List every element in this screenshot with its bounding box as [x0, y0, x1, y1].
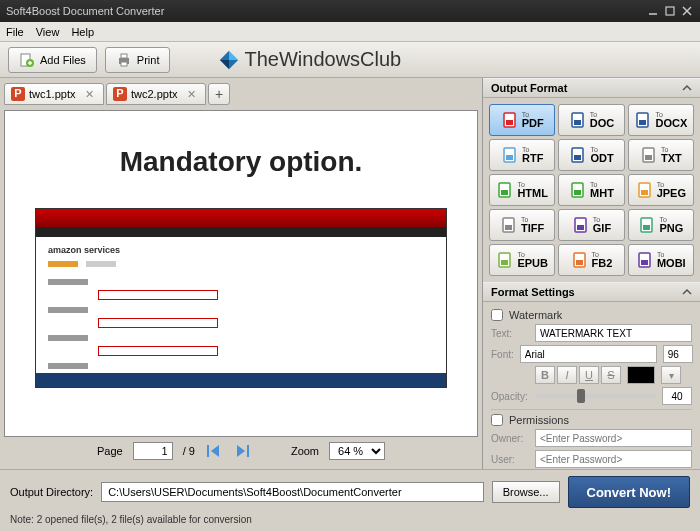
file-tab[interactable]: P twc2.pptx ✕: [106, 83, 206, 105]
format-docx[interactable]: ToDOCX: [628, 104, 694, 136]
page-label: Page: [97, 445, 123, 457]
brand-logo-icon: [218, 49, 240, 71]
svg-marker-20: [211, 445, 219, 457]
format-rtf[interactable]: ToRTF: [489, 139, 555, 171]
watermark-checkbox[interactable]: [491, 309, 503, 321]
svg-rect-28: [639, 120, 646, 125]
output-format-header[interactable]: Output Format: [483, 78, 700, 98]
watermark-text-input[interactable]: [535, 324, 692, 342]
format-icon: [638, 216, 656, 234]
svg-rect-38: [574, 190, 581, 195]
svg-marker-14: [220, 60, 229, 69]
convert-button[interactable]: Convert Now!: [568, 476, 691, 508]
format-gif[interactable]: ToGIF: [558, 209, 624, 241]
svg-rect-40: [641, 190, 648, 195]
tab-label: twc2.pptx: [131, 88, 177, 100]
format-settings-header[interactable]: Format Settings: [483, 282, 700, 302]
menu-help[interactable]: Help: [71, 26, 94, 38]
svg-rect-19: [207, 445, 209, 457]
format-icon: [636, 251, 654, 269]
browse-button[interactable]: Browse...: [492, 481, 560, 503]
format-tiff[interactable]: ToTIFF: [489, 209, 555, 241]
status-note: Note: 2 opened file(s), 2 file(s) availa…: [0, 514, 700, 531]
last-page-icon[interactable]: [233, 442, 251, 460]
file-tabs: P twc1.pptx ✕ P twc2.pptx ✕ +: [4, 82, 478, 106]
format-icon: [500, 216, 518, 234]
format-grid: ToPDFToDOCToDOCXToRTFToODTToTXTToHTMLToM…: [483, 98, 700, 282]
svg-rect-48: [501, 260, 508, 265]
titlebar: Soft4Boost Document Converter: [0, 0, 700, 22]
brand-text: TheWindowsClub: [244, 48, 401, 71]
app-title: Soft4Boost Document Converter: [6, 5, 643, 17]
format-mht[interactable]: ToMHT: [558, 174, 624, 206]
underline-button[interactable]: U: [579, 366, 599, 384]
footer: Output Directory: Browse... Convert Now!: [0, 469, 700, 514]
font-select[interactable]: [520, 345, 657, 363]
svg-rect-24: [506, 120, 513, 125]
close-button[interactable]: [680, 5, 694, 17]
first-page-icon[interactable]: [205, 442, 223, 460]
color-dropdown[interactable]: ▾: [661, 366, 681, 384]
minimize-button[interactable]: [646, 5, 660, 17]
format-icon: [501, 146, 519, 164]
format-fb2[interactable]: ToFB2: [558, 244, 624, 276]
owner-password-input[interactable]: [535, 429, 692, 447]
close-icon[interactable]: ✕: [187, 88, 199, 100]
svg-text:P: P: [14, 87, 21, 99]
svg-rect-42: [505, 225, 512, 230]
svg-rect-34: [645, 155, 652, 160]
close-icon[interactable]: ✕: [85, 88, 97, 100]
svg-marker-13: [229, 60, 238, 69]
format-pdf[interactable]: ToPDF: [489, 104, 555, 136]
format-icon: [501, 111, 519, 129]
slide-content: amazon services: [35, 208, 447, 388]
add-files-button[interactable]: Add Files: [8, 47, 97, 73]
svg-marker-12: [220, 50, 229, 59]
add-files-label: Add Files: [40, 54, 86, 66]
menu-file[interactable]: File: [6, 26, 24, 38]
format-icon: [496, 251, 514, 269]
format-odt[interactable]: ToODT: [558, 139, 624, 171]
italic-button[interactable]: I: [557, 366, 577, 384]
svg-rect-36: [501, 190, 508, 195]
format-epub[interactable]: ToEPUB: [489, 244, 555, 276]
svg-rect-26: [574, 120, 581, 125]
brand: TheWindowsClub: [218, 48, 401, 71]
menubar: File View Help: [0, 22, 700, 42]
user-password-input[interactable]: [535, 450, 692, 468]
color-picker[interactable]: [627, 366, 655, 384]
format-icon: [571, 251, 589, 269]
format-png[interactable]: ToPNG: [628, 209, 694, 241]
add-tab-button[interactable]: +: [208, 83, 230, 105]
format-html[interactable]: ToHTML: [489, 174, 555, 206]
svg-rect-9: [121, 54, 127, 58]
format-icon: [640, 146, 658, 164]
svg-marker-11: [229, 50, 238, 59]
zoom-select[interactable]: 64 %: [329, 442, 385, 460]
svg-rect-10: [121, 62, 127, 66]
tab-label: twc1.pptx: [29, 88, 75, 100]
opacity-slider[interactable]: [535, 394, 656, 398]
bold-button[interactable]: B: [535, 366, 555, 384]
pptx-icon: P: [113, 87, 127, 101]
font-size-input[interactable]: [663, 345, 693, 363]
svg-rect-30: [506, 155, 513, 160]
menu-view[interactable]: View: [36, 26, 60, 38]
format-doc[interactable]: ToDOC: [558, 104, 624, 136]
page-input[interactable]: [133, 442, 173, 460]
svg-rect-46: [643, 225, 650, 230]
format-jpeg[interactable]: ToJPEG: [628, 174, 694, 206]
file-tab[interactable]: P twc1.pptx ✕: [4, 83, 104, 105]
output-dir-label: Output Directory:: [10, 486, 93, 498]
maximize-button[interactable]: [663, 5, 677, 17]
format-mobi[interactable]: ToMOBI: [628, 244, 694, 276]
permissions-label: Permissions: [509, 414, 569, 426]
svg-text:P: P: [116, 87, 123, 99]
print-icon: [116, 52, 132, 68]
output-dir-input[interactable]: [101, 482, 484, 502]
print-button[interactable]: Print: [105, 47, 171, 73]
strike-button[interactable]: S: [601, 366, 621, 384]
permissions-checkbox[interactable]: [491, 414, 503, 426]
opacity-value[interactable]: [662, 387, 692, 405]
format-txt[interactable]: ToTXT: [628, 139, 694, 171]
